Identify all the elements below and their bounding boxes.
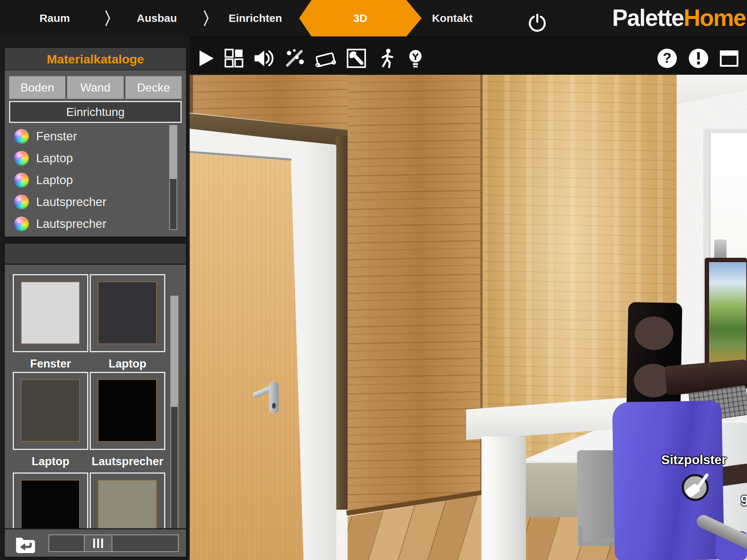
tab-decke[interactable]: Decke [125,76,182,99]
category-button-einrichtung[interactable]: Einrichtung [9,101,182,123]
step-raum[interactable]: Raum [22,0,88,36]
bottom-controls [5,528,186,557]
swatch-scrollbar[interactable] [170,296,178,528]
catalog-item-lautsprecher[interactable]: Lautsprecher [5,214,171,234]
selection-label: Sitzpolster [660,452,728,467]
power-icon[interactable] [527,12,547,33]
door-frame-trim-right[interactable] [336,136,349,510]
swatch-item[interactable] [13,472,88,528]
alert-icon[interactable] [688,48,709,69]
catalog-item-label: Lautsprecher [36,214,107,234]
color-wheel-icon [14,217,29,231]
swatch-fenster[interactable] [13,274,88,352]
step-3d-active[interactable]: 3D [299,0,422,36]
step-kontakt[interactable]: Kontakt [427,0,478,36]
desk-drawer-unit[interactable] [526,461,579,517]
slider-handle[interactable] [84,534,112,552]
swatch-color [98,281,157,344]
material-catalog-panel: Materialkataloge Boden Wand Decke Einric… [4,47,187,238]
sidebar: Materialkataloge Boden Wand Decke Einric… [0,36,190,560]
viewport-3d[interactable]: Sitzpolster 9 [190,75,747,560]
room-door[interactable] [190,149,303,560]
chevron-separator-icon [105,10,111,27]
door-keyhole [272,403,276,409]
swatch-grid: Fenster Laptop Laptop Lautsprecher [5,265,186,528]
swatches-panel-header [5,244,186,265]
top-navigation-bar: Raum Ausbau Einrichten 3D Kontakt Palett… [0,0,747,36]
chevron-separator-icon [203,10,209,27]
clipped-edge-label: 9 [740,493,747,509]
display-settings-icon[interactable] [346,48,367,69]
quad-view-icon[interactable] [224,48,245,69]
catalog-item-label: Fenster [36,126,77,147]
swatch-color [21,379,80,442]
paint-roller-cursor-icon [678,471,712,504]
color-wheel-icon [14,173,29,187]
slider-grip-icon [93,538,103,548]
walkthrough-icon[interactable] [376,48,398,69]
tab-wand[interactable]: Wand [67,76,123,99]
brand-logo: PaletteHome [612,4,746,31]
svg-text:?: ? [663,50,671,66]
swatch-lautsprecher[interactable] [90,372,165,450]
play-icon[interactable] [195,48,216,69]
catalog-scrollbar[interactable] [169,125,177,230]
swatch-laptop[interactable] [90,274,165,352]
scrollbar-thumb[interactable] [169,125,177,179]
effects-wand-icon[interactable] [284,48,305,69]
swatch-color [21,480,80,528]
scrollbar-thumb[interactable] [170,296,178,407]
catalog-item-laptop[interactable]: Laptop [5,148,171,168]
help-icon[interactable]: ? [657,48,678,69]
step-einrichten[interactable]: Einrichten [222,0,288,36]
color-wheel-icon [14,151,29,166]
swatch-label: Fenster [13,356,88,372]
speaker-driver [634,316,674,350]
swatch-label: Lautsprecher [90,454,165,470]
color-wheel-icon [14,195,29,209]
material-swatches-panel: Fenster Laptop Laptop Lautsprecher [4,242,187,558]
swatch-color [98,480,157,528]
brand-part2: Home [684,5,746,31]
swatch-label: Laptop [90,356,165,372]
monitor-screen [709,262,746,366]
lighting-icon[interactable] [405,48,426,69]
device-rotate-icon[interactable] [315,48,336,69]
tab-boden[interactable]: Boden [9,76,65,99]
swatch-color [21,281,80,344]
swatch-color [98,379,157,442]
wardrobe-panel-left[interactable] [348,75,483,518]
zoom-slider[interactable] [49,534,179,552]
swatch-item[interactable] [90,472,165,528]
panel-title: Materialkataloge [5,48,186,70]
window-icon[interactable] [719,48,740,69]
back-folder-icon[interactable] [14,532,37,555]
catalog-item-label: Lautsprecher [36,192,107,212]
catalog-item-label: Laptop [36,170,73,190]
catalog-item-laptop[interactable]: Laptop [5,170,171,190]
catalog-tabs: Boden Wand Decke [9,76,182,99]
sound-icon[interactable] [253,48,274,69]
catalog-item-label: Laptop [36,148,73,168]
brand-part1: Palette [612,5,684,31]
catalog-item-lautsprecher[interactable]: Lautsprecher [5,192,171,212]
color-wheel-icon [14,129,29,144]
desk-side-panel[interactable] [481,436,526,560]
step-ausbau[interactable]: Ausbau [128,0,186,36]
swatch-label: Laptop [13,454,88,470]
catalog-item-fenster[interactable]: Fenster [5,126,171,147]
palette-home-app: Raum Ausbau Einrichten 3D Kontakt Palett… [0,0,747,560]
speaker[interactable] [626,302,682,413]
swatch-laptop[interactable] [13,372,88,450]
